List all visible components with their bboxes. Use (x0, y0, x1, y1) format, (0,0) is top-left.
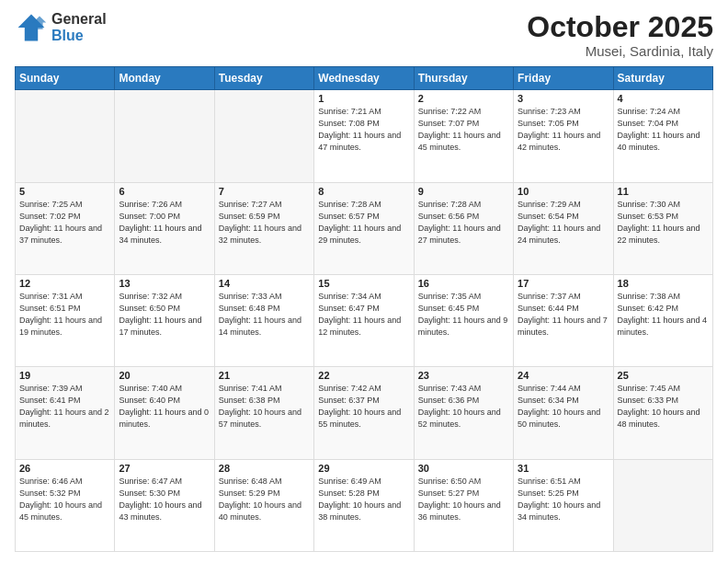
col-tuesday: Tuesday (214, 67, 313, 90)
day-number: 13 (119, 278, 210, 289)
cell-w1-d5: 2Sunrise: 7:22 AM Sunset: 7:07 PM Daylig… (414, 90, 513, 182)
cell-w3-d1: 12Sunrise: 7:31 AM Sunset: 6:51 PM Dayli… (16, 274, 115, 366)
day-number: 12 (19, 278, 110, 289)
page: General Blue October 2025 Musei, Sardini… (0, 0, 728, 563)
day-number: 2 (418, 93, 509, 104)
day-info: Sunrise: 7:28 AM Sunset: 6:56 PM Dayligh… (418, 199, 509, 247)
calendar-title: October 2025 (527, 11, 713, 43)
cell-w1-d2 (115, 90, 214, 182)
day-info: Sunrise: 7:38 AM Sunset: 6:42 PM Dayligh… (618, 291, 709, 339)
day-info: Sunrise: 6:46 AM Sunset: 5:32 PM Dayligh… (19, 476, 110, 523)
day-number: 20 (119, 370, 210, 381)
cell-w3-d7: 18Sunrise: 7:38 AM Sunset: 6:42 PM Dayli… (613, 274, 712, 366)
cell-w2-d1: 5Sunrise: 7:25 AM Sunset: 7:02 PM Daylig… (16, 182, 115, 274)
day-info: Sunrise: 7:25 AM Sunset: 7:02 PM Dayligh… (19, 199, 110, 247)
day-number: 3 (518, 93, 609, 104)
day-info: Sunrise: 7:35 AM Sunset: 6:45 PM Dayligh… (418, 291, 509, 339)
day-info: Sunrise: 7:43 AM Sunset: 6:36 PM Dayligh… (418, 383, 509, 431)
cell-w1-d6: 3Sunrise: 7:23 AM Sunset: 7:05 PM Daylig… (514, 90, 613, 182)
day-number: 22 (318, 370, 409, 381)
day-number: 25 (618, 370, 709, 381)
day-info: Sunrise: 7:31 AM Sunset: 6:51 PM Dayligh… (19, 291, 110, 339)
cell-w5-d5: 30Sunrise: 6:50 AM Sunset: 5:27 PM Dayli… (414, 459, 513, 551)
day-number: 14 (219, 278, 310, 289)
cell-w3-d3: 14Sunrise: 7:33 AM Sunset: 6:48 PM Dayli… (214, 274, 313, 366)
day-number: 26 (19, 463, 110, 474)
cell-w2-d2: 6Sunrise: 7:26 AM Sunset: 7:00 PM Daylig… (115, 182, 214, 274)
cell-w5-d4: 29Sunrise: 6:49 AM Sunset: 5:28 PM Dayli… (314, 459, 414, 551)
week-row-3: 12Sunrise: 7:31 AM Sunset: 6:51 PM Dayli… (16, 274, 713, 366)
day-info: Sunrise: 6:48 AM Sunset: 5:29 PM Dayligh… (219, 476, 310, 523)
day-info: Sunrise: 7:32 AM Sunset: 6:50 PM Dayligh… (119, 291, 210, 339)
day-number: 6 (119, 186, 210, 197)
day-info: Sunrise: 7:40 AM Sunset: 6:40 PM Dayligh… (119, 383, 210, 431)
header: General Blue October 2025 Musei, Sardini… (15, 11, 713, 59)
logo-general-text: General (51, 11, 107, 28)
calendar-location: Musei, Sardinia, Italy (527, 43, 713, 59)
day-info: Sunrise: 7:37 AM Sunset: 6:44 PM Dayligh… (518, 291, 609, 339)
cell-w1-d1 (16, 90, 115, 182)
day-number: 18 (618, 278, 709, 289)
day-number: 10 (518, 186, 609, 197)
cell-w4-d2: 20Sunrise: 7:40 AM Sunset: 6:40 PM Dayli… (115, 367, 214, 459)
logo-icon (15, 11, 48, 44)
day-number: 5 (19, 186, 110, 197)
calendar-table: Sunday Monday Tuesday Wednesday Thursday… (15, 66, 713, 552)
day-number: 28 (219, 463, 310, 474)
day-info: Sunrise: 7:33 AM Sunset: 6:48 PM Dayligh… (219, 291, 310, 339)
cell-w1-d4: 1Sunrise: 7:21 AM Sunset: 7:08 PM Daylig… (314, 90, 414, 182)
cell-w2-d3: 7Sunrise: 7:27 AM Sunset: 6:59 PM Daylig… (214, 182, 313, 274)
day-info: Sunrise: 7:42 AM Sunset: 6:37 PM Dayligh… (318, 383, 409, 431)
cell-w5-d7 (613, 459, 712, 551)
cell-w4-d6: 24Sunrise: 7:44 AM Sunset: 6:34 PM Dayli… (514, 367, 613, 459)
col-monday: Monday (115, 67, 214, 90)
day-info: Sunrise: 7:21 AM Sunset: 7:08 PM Dayligh… (318, 106, 409, 154)
cell-w5-d1: 26Sunrise: 6:46 AM Sunset: 5:32 PM Dayli… (16, 459, 115, 551)
day-number: 7 (219, 186, 310, 197)
cell-w3-d5: 16Sunrise: 7:35 AM Sunset: 6:45 PM Dayli… (414, 274, 513, 366)
cell-w3-d2: 13Sunrise: 7:32 AM Sunset: 6:50 PM Dayli… (115, 274, 214, 366)
day-info: Sunrise: 6:51 AM Sunset: 5:25 PM Dayligh… (518, 476, 609, 523)
day-info: Sunrise: 7:44 AM Sunset: 6:34 PM Dayligh… (518, 383, 609, 431)
cell-w5-d6: 31Sunrise: 6:51 AM Sunset: 5:25 PM Dayli… (514, 459, 613, 551)
cell-w2-d5: 9Sunrise: 7:28 AM Sunset: 6:56 PM Daylig… (414, 182, 513, 274)
cell-w4-d4: 22Sunrise: 7:42 AM Sunset: 6:37 PM Dayli… (314, 367, 414, 459)
day-info: Sunrise: 6:50 AM Sunset: 5:27 PM Dayligh… (418, 476, 509, 523)
calendar-header-row: Sunday Monday Tuesday Wednesday Thursday… (16, 67, 713, 90)
cell-w3-d6: 17Sunrise: 7:37 AM Sunset: 6:44 PM Dayli… (514, 274, 613, 366)
day-number: 1 (318, 93, 409, 104)
cell-w4-d1: 19Sunrise: 7:39 AM Sunset: 6:41 PM Dayli… (16, 367, 115, 459)
week-row-2: 5Sunrise: 7:25 AM Sunset: 7:02 PM Daylig… (16, 182, 713, 274)
day-number: 29 (318, 463, 409, 474)
day-info: Sunrise: 7:26 AM Sunset: 7:00 PM Dayligh… (119, 199, 210, 247)
day-info: Sunrise: 6:49 AM Sunset: 5:28 PM Dayligh… (318, 476, 409, 523)
day-number: 9 (418, 186, 509, 197)
day-number: 27 (119, 463, 210, 474)
day-info: Sunrise: 7:45 AM Sunset: 6:33 PM Dayligh… (618, 383, 709, 431)
day-number: 15 (318, 278, 409, 289)
day-number: 16 (418, 278, 509, 289)
col-wednesday: Wednesday (314, 67, 414, 90)
cell-w2-d4: 8Sunrise: 7:28 AM Sunset: 6:57 PM Daylig… (314, 182, 414, 274)
col-friday: Friday (514, 67, 613, 90)
day-info: Sunrise: 7:28 AM Sunset: 6:57 PM Dayligh… (318, 199, 409, 247)
day-info: Sunrise: 7:27 AM Sunset: 6:59 PM Dayligh… (219, 199, 310, 247)
cell-w5-d3: 28Sunrise: 6:48 AM Sunset: 5:29 PM Dayli… (214, 459, 313, 551)
day-info: Sunrise: 6:47 AM Sunset: 5:30 PM Dayligh… (119, 476, 210, 523)
col-sunday: Sunday (16, 67, 115, 90)
logo-blue-text: Blue (51, 28, 107, 44)
day-number: 4 (618, 93, 709, 104)
logo: General Blue (15, 11, 107, 44)
day-info: Sunrise: 7:30 AM Sunset: 6:53 PM Dayligh… (618, 199, 709, 247)
day-number: 23 (418, 370, 509, 381)
cell-w1-d7: 4Sunrise: 7:24 AM Sunset: 7:04 PM Daylig… (613, 90, 712, 182)
day-info: Sunrise: 7:41 AM Sunset: 6:38 PM Dayligh… (219, 383, 310, 431)
day-number: 17 (518, 278, 609, 289)
day-info: Sunrise: 7:39 AM Sunset: 6:41 PM Dayligh… (19, 383, 110, 431)
logo-text: General Blue (51, 11, 107, 43)
cell-w2-d6: 10Sunrise: 7:29 AM Sunset: 6:54 PM Dayli… (514, 182, 613, 274)
cell-w5-d2: 27Sunrise: 6:47 AM Sunset: 5:30 PM Dayli… (115, 459, 214, 551)
day-number: 8 (318, 186, 409, 197)
day-number: 30 (418, 463, 509, 474)
day-number: 19 (19, 370, 110, 381)
